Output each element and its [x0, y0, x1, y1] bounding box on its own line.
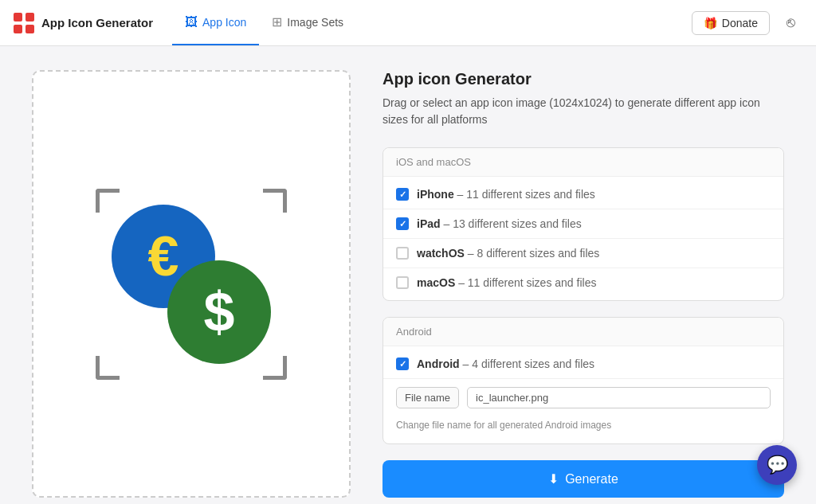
svg-rect-0: [14, 13, 22, 21]
svg-rect-3: [26, 25, 34, 33]
logo-area: App Icon Generator: [13, 12, 153, 34]
donate-button[interactable]: 🎁 Donate: [692, 11, 770, 35]
main-content: € $ App icon Generator Drag or select an…: [0, 46, 816, 504]
svg-rect-1: [26, 13, 34, 21]
watchos-checkbox[interactable]: [396, 247, 409, 260]
filename-input[interactable]: [467, 387, 771, 408]
iphone-desc: – 11 different sizes and files: [457, 188, 595, 201]
icon-preview-wrapper: € $: [88, 181, 295, 388]
ios-macos-items: iPhone – 11 different sizes and files iP…: [383, 177, 783, 300]
macos-label: macOS – 11 different sizes and files: [417, 276, 596, 289]
chat-icon: 💬: [767, 455, 788, 475]
currency-circles: € $: [104, 197, 279, 372]
gift-icon: 🎁: [704, 17, 717, 29]
header: App Icon Generator 🖼 App Icon ⊞ Image Se…: [0, 0, 816, 46]
tab-app-icon[interactable]: 🖼 App Icon: [172, 0, 259, 45]
ipad-item: iPad – 13 different sizes and files: [383, 209, 783, 239]
preview-area: € $: [32, 70, 351, 498]
dollar-circle: $: [167, 260, 271, 364]
app-icon-tab-icon: 🖼: [185, 15, 198, 29]
nav-tabs: 🖼 App Icon ⊞ Image Sets: [172, 0, 356, 45]
android-item: Android – 4 different sizes and files: [383, 350, 783, 379]
iphone-item: iPhone – 11 different sizes and files: [383, 180, 783, 209]
watchos-name: watchOS: [417, 247, 465, 260]
generate-button[interactable]: ⬇ Generate: [382, 460, 784, 498]
watchos-item: watchOS – 8 different sizes and files: [383, 239, 783, 268]
dollar-symbol: $: [204, 284, 235, 340]
filename-label: File name: [396, 387, 459, 408]
app-title: App Icon Generator: [41, 16, 153, 29]
macos-desc: – 11 different sizes and files: [458, 276, 596, 289]
tab-app-icon-label: App Icon: [202, 16, 246, 29]
share-button[interactable]: ⎋: [778, 10, 803, 36]
filename-hint: Change file name for all generated Andro…: [383, 416, 783, 440]
chat-bubble-button[interactable]: 💬: [757, 445, 797, 485]
tab-image-sets[interactable]: ⊞ Image Sets: [259, 0, 356, 45]
ios-macos-header: iOS and macOS: [383, 148, 783, 177]
tab-image-sets-label: Image Sets: [287, 16, 343, 29]
ipad-label: iPad – 13 different sizes and files: [417, 217, 582, 230]
download-icon: ⬇: [548, 471, 559, 486]
android-desc: – 4 different sizes and files: [463, 357, 595, 370]
settings-panel: App icon Generator Drag or select an app…: [382, 70, 784, 498]
euro-symbol: €: [148, 229, 179, 284]
ipad-desc: – 13 different sizes and files: [443, 217, 581, 230]
header-right: 🎁 Donate ⎋: [692, 10, 803, 36]
macos-name: macOS: [417, 276, 455, 289]
ipad-checkbox[interactable]: [396, 217, 409, 230]
iphone-label: iPhone – 11 different sizes and files: [417, 188, 595, 201]
android-header: Android: [383, 318, 783, 346]
ipad-name: iPad: [417, 217, 441, 230]
android-group: Android Android – 4 different sizes and …: [382, 317, 784, 444]
share-icon: ⎋: [787, 14, 795, 31]
filename-row: File name: [383, 379, 783, 416]
image-sets-tab-icon: ⊞: [272, 14, 282, 29]
donate-label: Donate: [722, 17, 758, 29]
iphone-name: iPhone: [417, 188, 454, 201]
settings-title: App icon Generator: [382, 70, 784, 88]
svg-rect-2: [14, 25, 22, 33]
watchos-label: watchOS – 8 different sizes and files: [417, 247, 599, 260]
android-items: Android – 4 different sizes and files Fi…: [383, 346, 783, 443]
logo-icon: [13, 12, 35, 34]
settings-description: Drag or select an app icon image (1024x1…: [382, 95, 784, 128]
android-checkbox[interactable]: [396, 357, 409, 370]
iphone-checkbox[interactable]: [396, 188, 409, 201]
ios-macos-group: iOS and macOS iPhone – 11 different size…: [382, 147, 784, 301]
watchos-desc: – 8 different sizes and files: [468, 247, 600, 260]
android-name: Android: [417, 357, 460, 370]
android-label: Android – 4 different sizes and files: [417, 357, 594, 370]
macos-checkbox[interactable]: [396, 276, 409, 289]
generate-label: Generate: [565, 472, 618, 486]
macos-item: macOS – 11 different sizes and files: [383, 268, 783, 297]
